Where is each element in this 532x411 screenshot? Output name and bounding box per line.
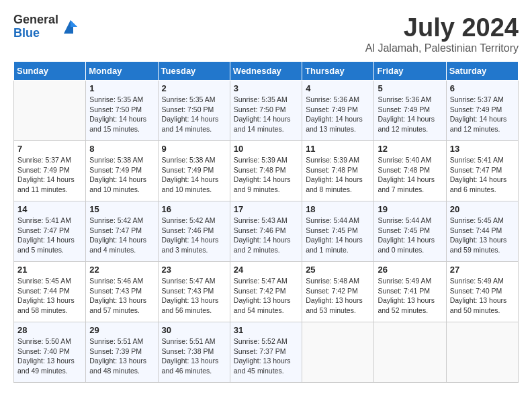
day-number: 16 xyxy=(162,204,226,214)
day-number: 31 xyxy=(234,325,298,335)
day-info: Sunrise: 5:49 AMSunset: 7:40 PMDaylight:… xyxy=(450,276,515,316)
day-number: 6 xyxy=(450,83,515,93)
page-header: General Blue July 2024 Al Jalamah, Pales… xyxy=(13,13,519,54)
logo: General Blue xyxy=(13,13,80,40)
day-cell: 25Sunrise: 5:48 AMSunset: 7:42 PMDayligh… xyxy=(302,262,374,322)
day-info: Sunrise: 5:51 AMSunset: 7:38 PMDaylight:… xyxy=(162,336,226,376)
day-cell: 6Sunrise: 5:37 AMSunset: 7:49 PMDaylight… xyxy=(446,81,518,141)
day-info: Sunrise: 5:43 AMSunset: 7:46 PMDaylight:… xyxy=(234,216,298,255)
column-header-sunday: Sunday xyxy=(14,62,86,81)
day-cell xyxy=(302,322,374,383)
day-info: Sunrise: 5:37 AMSunset: 7:49 PMDaylight:… xyxy=(450,95,515,134)
column-header-saturday: Saturday xyxy=(446,62,518,81)
day-info: Sunrise: 5:50 AMSunset: 7:40 PMDaylight:… xyxy=(17,336,82,376)
day-info: Sunrise: 5:36 AMSunset: 7:49 PMDaylight:… xyxy=(306,95,370,134)
day-number: 13 xyxy=(450,144,515,154)
day-cell: 26Sunrise: 5:49 AMSunset: 7:41 PMDayligh… xyxy=(374,262,446,322)
day-number: 8 xyxy=(89,144,154,154)
header-row: SundayMondayTuesdayWednesdayThursdayFrid… xyxy=(14,62,519,81)
day-cell: 14Sunrise: 5:41 AMSunset: 7:47 PMDayligh… xyxy=(14,201,86,262)
week-row-1: 1Sunrise: 5:35 AMSunset: 7:50 PMDaylight… xyxy=(14,81,519,141)
day-cell: 16Sunrise: 5:42 AMSunset: 7:46 PMDayligh… xyxy=(158,201,230,262)
title-block: July 2024 Al Jalamah, Palestinian Territ… xyxy=(365,13,519,54)
day-number: 27 xyxy=(450,265,515,275)
day-info: Sunrise: 5:47 AMSunset: 7:42 PMDaylight:… xyxy=(234,276,298,316)
day-cell: 10Sunrise: 5:39 AMSunset: 7:48 PMDayligh… xyxy=(230,141,302,201)
day-info: Sunrise: 5:51 AMSunset: 7:39 PMDaylight:… xyxy=(89,336,154,376)
day-cell: 13Sunrise: 5:41 AMSunset: 7:47 PMDayligh… xyxy=(446,141,518,201)
svg-marker-1 xyxy=(71,20,77,27)
day-cell: 30Sunrise: 5:51 AMSunset: 7:38 PMDayligh… xyxy=(158,322,230,383)
day-info: Sunrise: 5:41 AMSunset: 7:47 PMDaylight:… xyxy=(17,216,82,255)
day-info: Sunrise: 5:40 AMSunset: 7:48 PMDaylight:… xyxy=(378,155,442,195)
day-cell: 24Sunrise: 5:47 AMSunset: 7:42 PMDayligh… xyxy=(230,262,302,322)
day-cell: 11Sunrise: 5:39 AMSunset: 7:48 PMDayligh… xyxy=(302,141,374,201)
logo-general: General xyxy=(13,13,58,27)
day-info: Sunrise: 5:39 AMSunset: 7:48 PMDaylight:… xyxy=(234,155,298,195)
day-number: 24 xyxy=(234,265,298,275)
day-cell: 5Sunrise: 5:36 AMSunset: 7:49 PMDaylight… xyxy=(374,81,446,141)
day-cell: 7Sunrise: 5:37 AMSunset: 7:49 PMDaylight… xyxy=(14,141,86,201)
day-info: Sunrise: 5:44 AMSunset: 7:45 PMDaylight:… xyxy=(306,216,370,255)
day-info: Sunrise: 5:42 AMSunset: 7:47 PMDaylight:… xyxy=(89,216,154,255)
day-info: Sunrise: 5:45 AMSunset: 7:44 PMDaylight:… xyxy=(450,216,515,255)
day-cell: 31Sunrise: 5:52 AMSunset: 7:37 PMDayligh… xyxy=(230,322,302,383)
day-info: Sunrise: 5:42 AMSunset: 7:46 PMDaylight:… xyxy=(162,216,226,255)
day-number: 15 xyxy=(89,204,154,214)
day-cell: 23Sunrise: 5:47 AMSunset: 7:43 PMDayligh… xyxy=(158,262,230,322)
calendar-table: SundayMondayTuesdayWednesdayThursdayFrid… xyxy=(13,61,519,383)
day-cell: 9Sunrise: 5:38 AMSunset: 7:49 PMDaylight… xyxy=(158,141,230,201)
day-cell: 2Sunrise: 5:35 AMSunset: 7:50 PMDaylight… xyxy=(158,81,230,141)
day-info: Sunrise: 5:46 AMSunset: 7:43 PMDaylight:… xyxy=(89,276,154,316)
day-cell: 17Sunrise: 5:43 AMSunset: 7:46 PMDayligh… xyxy=(230,201,302,262)
day-number: 30 xyxy=(162,325,226,335)
day-number: 10 xyxy=(234,144,298,154)
day-info: Sunrise: 5:45 AMSunset: 7:44 PMDaylight:… xyxy=(17,276,82,316)
day-info: Sunrise: 5:38 AMSunset: 7:49 PMDaylight:… xyxy=(162,155,226,195)
day-number: 4 xyxy=(306,83,370,93)
location-title: Al Jalamah, Palestinian Territory xyxy=(365,42,519,54)
day-info: Sunrise: 5:47 AMSunset: 7:43 PMDaylight:… xyxy=(162,276,226,316)
logo-blue: Blue xyxy=(13,27,58,40)
day-number: 3 xyxy=(234,83,298,93)
day-number: 14 xyxy=(17,204,82,214)
week-row-4: 21Sunrise: 5:45 AMSunset: 7:44 PMDayligh… xyxy=(14,262,519,322)
day-cell: 1Sunrise: 5:35 AMSunset: 7:50 PMDaylight… xyxy=(86,81,158,141)
day-info: Sunrise: 5:37 AMSunset: 7:49 PMDaylight:… xyxy=(17,155,82,195)
day-cell: 21Sunrise: 5:45 AMSunset: 7:44 PMDayligh… xyxy=(14,262,86,322)
day-number: 21 xyxy=(17,265,82,275)
day-info: Sunrise: 5:48 AMSunset: 7:42 PMDaylight:… xyxy=(306,276,370,316)
day-number: 25 xyxy=(306,265,370,275)
day-number: 23 xyxy=(162,265,226,275)
day-number: 9 xyxy=(162,144,226,154)
day-cell: 20Sunrise: 5:45 AMSunset: 7:44 PMDayligh… xyxy=(446,201,518,262)
day-info: Sunrise: 5:35 AMSunset: 7:50 PMDaylight:… xyxy=(162,95,226,134)
day-info: Sunrise: 5:44 AMSunset: 7:45 PMDaylight:… xyxy=(378,216,442,255)
day-number: 2 xyxy=(162,83,226,93)
column-header-tuesday: Tuesday xyxy=(158,62,230,81)
day-info: Sunrise: 5:36 AMSunset: 7:49 PMDaylight:… xyxy=(378,95,442,134)
month-title: July 2024 xyxy=(365,13,519,42)
day-cell: 4Sunrise: 5:36 AMSunset: 7:49 PMDaylight… xyxy=(302,81,374,141)
day-cell: 22Sunrise: 5:46 AMSunset: 7:43 PMDayligh… xyxy=(86,262,158,322)
day-number: 7 xyxy=(17,144,82,154)
day-info: Sunrise: 5:38 AMSunset: 7:49 PMDaylight:… xyxy=(89,155,154,195)
day-info: Sunrise: 5:52 AMSunset: 7:37 PMDaylight:… xyxy=(234,336,298,376)
week-row-2: 7Sunrise: 5:37 AMSunset: 7:49 PMDaylight… xyxy=(14,141,519,201)
day-number: 1 xyxy=(89,83,154,93)
day-cell xyxy=(374,322,446,383)
column-header-monday: Monday xyxy=(86,62,158,81)
day-cell: 12Sunrise: 5:40 AMSunset: 7:48 PMDayligh… xyxy=(374,141,446,201)
day-number: 11 xyxy=(306,144,370,154)
day-info: Sunrise: 5:35 AMSunset: 7:50 PMDaylight:… xyxy=(89,95,154,134)
column-header-wednesday: Wednesday xyxy=(230,62,302,81)
day-cell: 29Sunrise: 5:51 AMSunset: 7:39 PMDayligh… xyxy=(86,322,158,383)
day-number: 18 xyxy=(306,204,370,214)
day-number: 22 xyxy=(89,265,154,275)
day-cell: 18Sunrise: 5:44 AMSunset: 7:45 PMDayligh… xyxy=(302,201,374,262)
day-number: 12 xyxy=(378,144,442,154)
day-info: Sunrise: 5:41 AMSunset: 7:47 PMDaylight:… xyxy=(450,155,515,195)
day-number: 17 xyxy=(234,204,298,214)
column-header-friday: Friday xyxy=(374,62,446,81)
day-cell xyxy=(446,322,518,383)
